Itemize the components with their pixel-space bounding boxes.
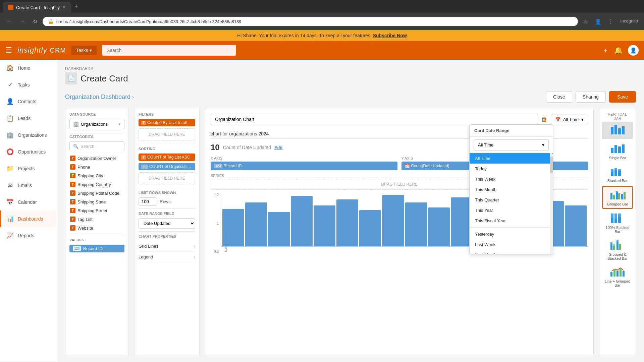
left-panel: DATA SOURCE 🏢 Organizations ▾ CATEGORIES… <box>65 108 129 356</box>
svg-rect-36 <box>620 268 622 277</box>
cat-shipping-state[interactable]: T Shipping State <box>69 197 124 206</box>
refresh-button[interactable]: ↻ <box>31 17 39 26</box>
chart-title-input[interactable] <box>211 114 538 125</box>
global-search-input[interactable] <box>102 45 236 56</box>
dropdown-item-this-fiscal-year[interactable]: This Fiscal Year <box>470 216 553 226</box>
limit-input[interactable] <box>139 197 157 206</box>
cat-tag-list[interactable]: T Tag List <box>69 215 124 224</box>
leads-icon: 📋 <box>6 115 14 122</box>
forward-button[interactable]: → <box>17 17 28 26</box>
cat-shipping-postal[interactable]: T Shipping Postal Code <box>69 189 124 197</box>
svg-rect-12 <box>618 171 621 176</box>
crm-label: CRM <box>50 47 66 54</box>
dropdown-item-yesterday[interactable]: Yesterday <box>470 229 553 239</box>
url-bar[interactable]: 🔒 crm.na1.insightly.com/Dashboards/Creat… <box>43 17 578 26</box>
dropdown-current-value[interactable]: All Time ▾ <box>474 139 549 150</box>
subscribe-link[interactable]: Subscribe Now <box>373 33 407 38</box>
date-range-dropdown: Card Date Range All Time ▾ All Time Toda… <box>469 124 553 254</box>
sidebar-item-reports[interactable]: 📈 Reports <box>0 227 57 244</box>
x-axis-chip[interactable]: 123 Record ID <box>211 162 397 170</box>
data-source-select[interactable]: 🏢 Organizations ▾ <box>69 119 124 129</box>
dropdown-item-this-month[interactable]: This Month <box>470 184 553 195</box>
time-filter-dropdown[interactable]: 📅 All Time ▾ <box>551 115 588 124</box>
categories-search[interactable]: 🔍 Search <box>69 141 124 151</box>
dropdown-item-last-month[interactable]: Last Month <box>470 250 553 254</box>
filter-chip[interactable]: T Created By User In all <box>139 119 195 126</box>
dropdown-item-today[interactable]: Today <box>470 164 553 174</box>
chart-type-grouped-stacked[interactable]: Grouped & Stacked Bar <box>602 237 633 262</box>
profile-btn[interactable]: 👤 <box>593 17 603 26</box>
cat-organization-owner[interactable]: T Organization Owner <box>69 154 124 163</box>
calendar-icon: 📅 <box>555 117 560 122</box>
save-button[interactable]: Save <box>609 91 636 103</box>
sidebar-item-dashboards[interactable]: 📊 Dashboards <box>0 210 57 227</box>
sort-chip-1[interactable]: T COUNT of Tag List ASC <box>139 154 195 161</box>
sharing-button[interactable]: Sharing <box>576 91 606 103</box>
filter-chip-label: Created By User In all <box>147 120 186 125</box>
bar-2 <box>268 212 290 246</box>
chart-type-bar-icon[interactable] <box>602 122 633 139</box>
bar-3 <box>291 196 313 246</box>
cat-phone[interactable]: T Phone <box>69 163 124 171</box>
sidebar-item-tasks[interactable]: ✓ Tasks <box>0 76 57 93</box>
add-btn[interactable]: ＋ <box>602 46 609 55</box>
sidebar-item-opportunities[interactable]: ⭕ Opportunities <box>0 143 57 160</box>
menu-toggle-btn[interactable]: ☰ <box>5 46 12 55</box>
edit-link[interactable]: Edit <box>274 145 283 150</box>
sidebar-item-home[interactable]: 🏠 Home <box>0 60 57 76</box>
dropdown-item-this-quarter[interactable]: This Quarter <box>470 195 553 205</box>
svg-rect-10 <box>614 170 617 176</box>
dropdown-chevron: ▾ <box>542 142 544 147</box>
chart-type-single-bar[interactable]: Single Bar <box>602 140 633 162</box>
tab-close-btn[interactable]: ✕ <box>62 5 66 10</box>
dropdown-item-all-time[interactable]: All Time <box>470 153 553 164</box>
browser-tabs: Create Card - Insightly ✕ + <box>0 0 644 13</box>
dropdown-item-this-week[interactable]: This Week <box>470 174 553 184</box>
url-text: crm.na1.insightly.com/Dashboards/CreateC… <box>56 19 573 24</box>
chart-type-line-grouped[interactable]: Line + Grouped Bar <box>602 264 633 289</box>
sidebar-item-organizations[interactable]: 🏢 Organizations <box>0 127 57 143</box>
sidebar-item-projects[interactable]: 📁 Projects <box>0 160 57 177</box>
cat-label: Shipping City <box>77 173 103 178</box>
cat-shipping-city[interactable]: T Shipping City <box>69 171 124 180</box>
chart-types-sidebar: VERTICAL BAR <box>599 108 636 356</box>
cat-website[interactable]: T Website <box>69 224 124 232</box>
grouped-bar-icon <box>609 189 626 201</box>
tasks-dropdown-arrow: ▾ <box>90 48 92 53</box>
dropdown-item-last-week[interactable]: Last Week <box>470 239 553 250</box>
svg-rect-17 <box>618 193 620 199</box>
tab-favicon <box>8 5 13 10</box>
user-avatar[interactable]: 👤 <box>628 45 639 56</box>
dropdown-scrollbar-thumb[interactable] <box>550 157 553 173</box>
settings-btn[interactable]: ⋮ <box>606 17 615 26</box>
chart-type-100-stacked[interactable]: 100% Stacked Bar <box>602 210 633 236</box>
chart-type-grouped-bar[interactable]: Grouped Bar <box>602 186 633 209</box>
new-tab-btn[interactable]: + <box>71 2 82 11</box>
dropdown-item-this-year[interactable]: This Year <box>470 205 553 216</box>
active-tab[interactable]: Create Card - Insightly ✕ <box>3 2 71 13</box>
app-logo: insightly CRM <box>17 46 66 55</box>
grid-lines-row[interactable]: Grid Lines › <box>139 241 195 252</box>
sidebar-item-emails[interactable]: ✉ Emails <box>0 177 57 194</box>
legend-row[interactable]: Legend › <box>139 252 195 262</box>
bookmark-btn[interactable]: ☆ <box>581 17 590 26</box>
svg-rect-11 <box>614 168 617 170</box>
tasks-dropdown-btn[interactable]: Tasks ▾ <box>71 46 97 55</box>
values-record-id-chip[interactable]: 123 Record ID <box>69 245 124 252</box>
cat-shipping-country[interactable]: T Shipping Country <box>69 180 124 189</box>
y-axis-value: Count(Date Updated) <box>411 164 449 168</box>
dashboard-name-link[interactable]: Organization Dashboard <box>65 94 130 101</box>
sidebar-item-leads[interactable]: 📋 Leads <box>0 110 57 127</box>
cat-shipping-street[interactable]: T Shipping Street <box>69 206 124 215</box>
chart-delete-btn[interactable]: 🗑 <box>541 116 547 123</box>
chart-type-stacked-bar[interactable]: Stacked Bar <box>602 163 633 185</box>
sort-chip-2[interactable]: 🏢 COUNT of Organizati... <box>139 163 195 170</box>
sidebar-item-calendar[interactable]: 📅 Calendar <box>0 194 57 210</box>
close-button[interactable]: Close <box>546 91 572 103</box>
sidebar-item-contacts[interactable]: 👤 Contacts <box>0 93 57 110</box>
sort-chip-2-label: COUNT of Organizati... <box>149 164 191 169</box>
incognito-label: Incognito <box>618 17 640 26</box>
notifications-btn[interactable]: 🔔 <box>614 46 623 54</box>
back-button[interactable]: ← <box>4 17 14 26</box>
date-range-select[interactable]: Date Updated <box>139 218 195 229</box>
